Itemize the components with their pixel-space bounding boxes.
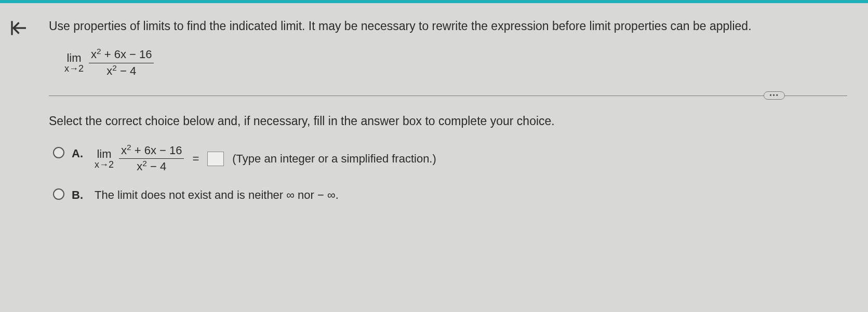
question-text: Use properties of limits to find the ind… (49, 18, 847, 34)
lim-label-a: lim (97, 148, 111, 160)
choice-b: B. The limit does not exist and is neith… (53, 185, 847, 202)
radio-a[interactable] (53, 147, 64, 158)
choice-a-hint: (Type an integer or a simplified fractio… (232, 152, 436, 166)
lim-operator: lim x→2 (64, 52, 84, 74)
den-rest-a: − 4 (147, 160, 166, 173)
answer-input[interactable] (207, 152, 224, 166)
instruction-text: Select the correct choice below and, if … (49, 114, 847, 128)
num-exp: 2 (97, 47, 101, 56)
lim-approach: x→2 (64, 64, 84, 74)
choice-a: A. lim x→2 x2 + 6x − 16 (53, 144, 847, 174)
denominator: x2 − 4 (104, 64, 138, 78)
limit-expression: lim x→2 x2 + 6x − 16 x2 − 4 (64, 48, 154, 78)
fraction-a: x2 + 6x − 16 x2 − 4 (119, 144, 184, 174)
num-rest: + 6x − 16 (101, 48, 152, 61)
choice-b-label: B. (72, 188, 84, 202)
den-exp-a: 2 (142, 159, 147, 168)
den-var: x (106, 64, 112, 77)
radio-b[interactable] (53, 188, 64, 200)
lim-label: lim (66, 52, 81, 64)
choice-b-text: The limit does not exist and is neither … (95, 188, 339, 202)
num-var: x (91, 48, 97, 61)
num-exp-a: 2 (127, 143, 131, 152)
divider-row: ••• (49, 90, 847, 101)
fraction-bar (89, 63, 154, 63)
denominator-a: x2 − 4 (135, 160, 168, 173)
choice-a-expression: lim x→2 x2 + 6x − 16 x2 − 4 (95, 144, 184, 174)
left-column (0, 3, 36, 312)
page-container: Use properties of limits to find the ind… (0, 3, 868, 312)
den-exp: 2 (112, 63, 117, 72)
lim-operator-a: lim x→2 (95, 148, 114, 170)
back-icon[interactable] (9, 19, 28, 312)
choice-a-body: lim x→2 x2 + 6x − 16 x2 − 4 (95, 144, 436, 174)
num-var-a: x (121, 144, 127, 157)
numerator: x2 + 6x − 16 (89, 48, 154, 61)
den-var-a: x (137, 160, 142, 173)
divider-line (49, 96, 847, 96)
fraction-bar-a (119, 158, 184, 159)
numerator-a: x2 + 6x − 16 (119, 144, 184, 157)
lim-approach-a: x→2 (95, 160, 114, 170)
fraction: x2 + 6x − 16 x2 − 4 (89, 48, 154, 78)
choice-a-label: A. (72, 147, 84, 160)
main-content: Use properties of limits to find the ind… (36, 3, 868, 312)
choices-group: A. lim x→2 x2 + 6x − 16 (53, 144, 847, 202)
expand-icon[interactable]: ••• (764, 91, 785, 100)
equals-sign: = (192, 152, 199, 166)
den-rest: − 4 (117, 64, 136, 77)
num-rest-a: + 6x − 16 (131, 144, 182, 157)
